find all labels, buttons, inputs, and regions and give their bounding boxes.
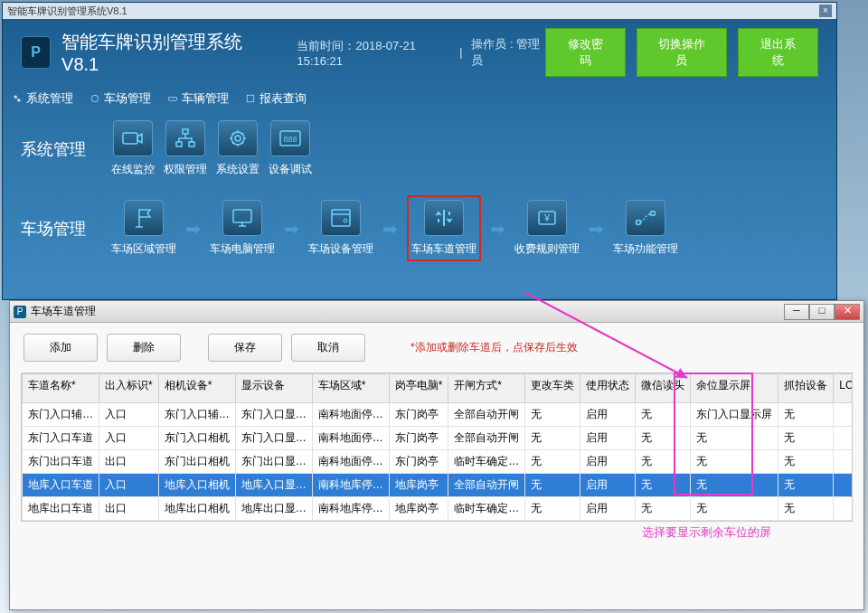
table-cell[interactable]: 无 — [525, 403, 580, 427]
park-computer-button[interactable]: 车场电脑管理 — [210, 200, 275, 257]
table-cell[interactable]: 南科地面停… — [312, 427, 389, 450]
table-cell[interactable]: 南科地库停… — [312, 497, 389, 521]
fee-rules-button[interactable]: ¥收费规则管理 — [514, 200, 580, 257]
park-device-button[interactable]: 车场设备管理 — [308, 200, 373, 257]
column-header[interactable]: 相机设备* — [158, 374, 235, 403]
table-cell[interactable]: 地库入口显… — [235, 474, 312, 497]
table-cell[interactable]: 地库岗亭 — [389, 474, 448, 497]
table-cell[interactable]: 启用 — [580, 497, 636, 521]
table-cell[interactable]: 东门入口相机 — [158, 427, 235, 450]
table-cell[interactable]: 无 — [636, 497, 691, 521]
close-button[interactable]: ✕ — [835, 304, 860, 320]
column-header[interactable]: 开闸方式* — [448, 374, 525, 403]
settings-button[interactable]: 系统设置 — [216, 120, 259, 177]
table-cell[interactable]: 东门入口辅… — [158, 403, 235, 427]
table-cell[interactable]: 南科地面停… — [312, 403, 389, 427]
column-header[interactable]: 车场区域* — [312, 374, 389, 403]
table-cell[interactable]: 临时车确定… — [448, 497, 525, 521]
switch-operator-button[interactable]: 切换操作员 — [637, 28, 727, 77]
menu-vehicle[interactable]: 车辆管理 — [167, 90, 229, 107]
table-cell[interactable]: 临时车确定… — [448, 450, 525, 474]
table-cell[interactable] — [834, 427, 853, 450]
table-cell[interactable] — [834, 497, 853, 521]
table-cell[interactable]: 东门入口车道 — [23, 427, 99, 450]
table-cell[interactable]: 全部自动开闸 — [448, 474, 525, 497]
table-cell[interactable]: 无 — [778, 403, 834, 427]
table-row[interactable]: 地库入口车道入口地库入口相机地库入口显…南科地库停…地库岗亭全部自动开闸无启用无… — [23, 474, 854, 497]
table-cell[interactable]: 无 — [636, 450, 691, 474]
column-header[interactable]: 岗亭电脑* — [389, 374, 448, 403]
exit-system-button[interactable]: 退出系统 — [738, 28, 818, 77]
delete-button[interactable]: 删除 — [107, 334, 181, 362]
table-cell[interactable]: 无 — [778, 497, 834, 521]
table-cell[interactable]: 无 — [636, 403, 691, 427]
column-header[interactable]: 显示设备 — [235, 374, 312, 403]
table-cell[interactable] — [834, 474, 853, 497]
column-header[interactable]: 更改车类 — [525, 374, 580, 403]
column-header[interactable]: 微信读头 — [636, 374, 691, 403]
menu-report[interactable]: 报表查询 — [245, 90, 307, 107]
table-cell[interactable]: 地库出口相机 — [158, 497, 235, 521]
menu-system[interactable]: 系统管理 — [12, 90, 73, 107]
table-cell[interactable]: 无 — [636, 427, 691, 450]
table-cell[interactable]: 无 — [778, 450, 834, 474]
table-cell[interactable] — [834, 403, 853, 427]
save-button[interactable]: 保存 — [208, 334, 282, 362]
table-cell[interactable]: 无 — [778, 427, 834, 450]
table-cell[interactable]: 东门入口显… — [235, 403, 312, 427]
table-cell[interactable]: 地库岗亭 — [389, 497, 448, 521]
table-cell[interactable]: 南科地面停… — [312, 450, 389, 474]
table-cell[interactable] — [834, 450, 853, 474]
column-header[interactable]: 抓拍设备 — [778, 374, 834, 403]
minimize-button[interactable]: ─ — [784, 304, 809, 320]
table-cell[interactable]: 入口 — [99, 427, 159, 450]
change-password-button[interactable]: 修改密码 — [545, 28, 626, 77]
table-cell[interactable]: 东门岗亭 — [389, 450, 448, 474]
add-button[interactable]: 添加 — [24, 334, 98, 362]
park-area-button[interactable]: 车场区域管理 — [111, 200, 176, 257]
table-cell[interactable]: 东门出口相机 — [158, 450, 235, 474]
table-cell[interactable]: 出口 — [99, 497, 159, 521]
table-cell[interactable]: 启用 — [580, 474, 636, 497]
table-cell[interactable]: 东门出口车道 — [23, 450, 99, 474]
permission-button[interactable]: 权限管理 — [164, 120, 207, 177]
table-cell[interactable]: 地库入口相机 — [158, 474, 235, 497]
table-cell[interactable]: 东门入口辅… — [23, 403, 99, 427]
table-cell[interactable]: 地库出口显… — [235, 497, 312, 521]
park-lane-button[interactable]: 车场车道管理 — [411, 200, 476, 257]
table-cell[interactable]: 启用 — [580, 450, 636, 474]
table-cell[interactable]: 出口 — [99, 450, 159, 474]
table-cell[interactable]: 南科地库停… — [312, 474, 389, 497]
table-row[interactable]: 东门入口车道入口东门入口相机东门入口显…南科地面停…东门岗亭全部自动开闸无启用无… — [23, 427, 854, 450]
column-header[interactable]: 车道名称* — [23, 374, 99, 403]
table-row[interactable]: 地库出口车道出口地库出口相机地库出口显…南科地库停…地库岗亭临时车确定…无启用无… — [23, 497, 854, 521]
column-header[interactable]: 出入标识* — [99, 374, 159, 403]
table-cell[interactable]: 无 — [691, 450, 778, 474]
table-cell[interactable]: 无 — [691, 427, 778, 450]
table-cell[interactable]: 入口 — [99, 474, 159, 497]
table-cell[interactable]: 东门岗亭 — [389, 427, 448, 450]
table-cell[interactable]: 地库出口车道 — [23, 497, 99, 521]
cancel-button[interactable]: 取消 — [291, 334, 365, 362]
table-cell[interactable]: 启用 — [580, 427, 636, 450]
table-row[interactable]: 东门入口辅…入口东门入口辅…东门入口显…南科地面停…东门岗亭全部自动开闸无启用无… — [23, 403, 854, 427]
maximize-button[interactable]: □ — [809, 304, 835, 320]
table-cell[interactable]: 东门入口显… — [235, 427, 312, 450]
table-cell[interactable]: 东门出口显… — [235, 450, 312, 474]
column-header[interactable]: 余位显示屏 — [691, 374, 778, 403]
table-row[interactable]: 东门出口车道出口东门出口相机东门出口显…南科地面停…东门岗亭临时车确定…无启用无… — [23, 450, 854, 474]
table-cell[interactable]: 无 — [525, 497, 580, 521]
park-feature-button[interactable]: 车场功能管理 — [613, 200, 678, 257]
online-monitor-button[interactable]: 在线监控 — [111, 120, 155, 177]
table-cell[interactable]: 无 — [525, 427, 580, 450]
table-cell[interactable]: 地库入口车道 — [23, 474, 99, 497]
close-icon[interactable]: × — [819, 5, 832, 17]
table-cell[interactable]: 无 — [691, 497, 778, 521]
table-cell[interactable]: 东门入口显示屏 — [691, 403, 778, 427]
table-cell[interactable]: 东门岗亭 — [389, 403, 448, 427]
device-debug-button[interactable]: 888设备调试 — [269, 120, 312, 177]
table-cell[interactable]: 无 — [778, 474, 834, 497]
table-cell[interactable]: 无 — [636, 474, 691, 497]
table-cell[interactable]: 全部自动开闸 — [448, 403, 525, 427]
column-header[interactable]: 使用状态 — [580, 374, 636, 403]
